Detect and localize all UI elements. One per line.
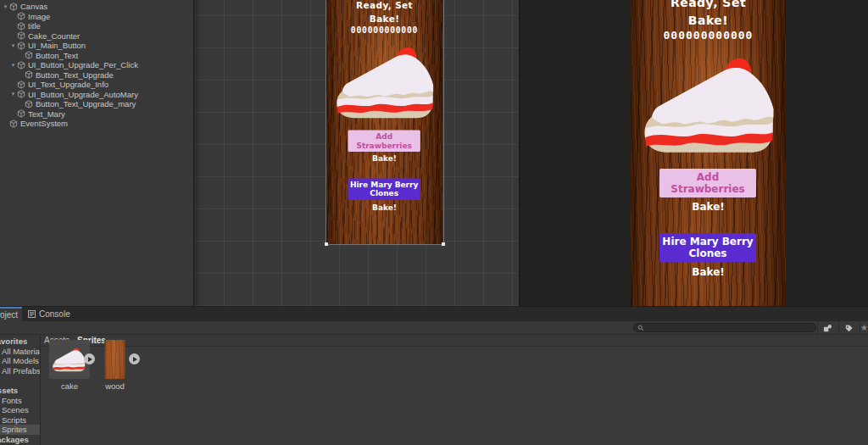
gameobject-cube-icon — [17, 90, 25, 98]
gameobject-cube-icon — [25, 70, 33, 79]
scene-game-canvas-gizmo[interactable]: Ready, Set Bake! 000000000000 Add Strawb… — [326, 0, 443, 244]
tab-console[interactable]: Console — [23, 307, 79, 321]
wood-background: Ready, Set Bake! 000000000000 Add Strawb… — [631, 0, 786, 306]
bake-caption: Bake! — [326, 154, 442, 163]
sidebar-item-assets[interactable]: Assets — [0, 386, 40, 396]
gameobject-cube-icon — [17, 22, 25, 31]
hierarchy-item-cake-counter[interactable]: Cake_Counter — [0, 31, 193, 42]
hierarchy-item-label: Button_Text_Upgrade_mary — [36, 99, 136, 108]
game-title-line2: Bake! — [326, 14, 442, 24]
cake-counter-value: 000000000000 — [631, 29, 786, 42]
breadcrumb: Assets › Sprites — [41, 335, 868, 347]
hierarchy-item-label: EventSystem — [20, 119, 68, 128]
save-search-button[interactable]: ★ — [860, 321, 868, 335]
hierarchy-item-eventsystem[interactable]: EventSystem — [0, 119, 193, 129]
search-by-label-button[interactable] — [838, 321, 859, 335]
star-icon: ★ — [860, 324, 868, 332]
cake-sprite-main-button[interactable] — [640, 53, 782, 159]
game-canvas: Ready, Set Bake! 000000000000 Add Strawb… — [631, 0, 786, 306]
console-icon — [28, 310, 36, 318]
search-by-type-button[interactable] — [817, 321, 837, 335]
hire-mary-berry-button[interactable]: Hire Mary Berry Clones — [659, 233, 756, 262]
game-title-line1: Ready, Set — [631, 0, 786, 9]
add-strawberries-button[interactable]: Add Strawberries — [659, 169, 756, 197]
gameobject-cube-icon — [25, 100, 33, 108]
gameobject-cube-icon — [17, 61, 25, 70]
hire-mary-berry-button: Hire Mary Berry Clones — [348, 178, 420, 199]
foldout-arrow-icon[interactable]: ▼ — [2, 4, 9, 9]
hierarchy-item-ui-button-upgrade-per-click[interactable]: ▼ UI_Button_Upgrade_Per_Click — [0, 60, 193, 70]
foldout-arrow-icon[interactable]: ▼ — [9, 92, 17, 97]
asset-name: cake — [49, 381, 90, 391]
search-icon — [637, 325, 644, 331]
bake-caption: Bake! — [631, 201, 786, 213]
add-strawberries-button: Add Strawberries — [348, 131, 420, 152]
sidebar-item-fonts[interactable]: Fonts — [0, 396, 40, 406]
asset-expand-button[interactable] — [84, 353, 95, 364]
sidebar-item-all-prefabs[interactable]: All Prefabs — [0, 366, 40, 376]
hierarchy-item-ui-main-button[interactable]: ▼ UI_Main_Button — [0, 41, 193, 51]
gameobject-cube-icon — [9, 120, 18, 128]
asset-grid-area: Assets › Sprites cake — [41, 335, 868, 445]
bake-caption: Bake! — [631, 266, 786, 278]
foldout-arrow-icon[interactable]: ▼ — [9, 63, 17, 68]
hierarchy-item-label: UI_Button_Upgrade_AutoMary — [28, 90, 138, 99]
sidebar-item-scripts[interactable]: Scripts — [0, 415, 40, 426]
scene-view[interactable]: Ready, Set Bake! 000000000000 Add Strawb… — [195, 0, 519, 306]
sidebar-item-favorites[interactable]: Favorites — [0, 337, 40, 347]
hierarchy-item-label: title — [28, 21, 41, 31]
hierarchy-item-canvas[interactable]: ▼ Canvas — [0, 2, 193, 12]
game-view: Ready, Set Bake! 000000000000 Add Strawb… — [519, 0, 868, 306]
hierarchy-item-title[interactable]: title — [0, 21, 193, 31]
hierarchy-item-image[interactable]: Image — [0, 12, 193, 22]
search-by-type-icon — [823, 324, 832, 333]
hierarchy-item-button-text[interactable]: Button_Text — [0, 51, 193, 61]
sidebar-item-sprites[interactable]: Sprites — [0, 425, 40, 435]
game-title-line1: Ready, Set — [326, 1, 442, 11]
hierarchy-item-label: UI_Main_Button — [28, 41, 86, 50]
rect-transform-handle[interactable] — [442, 242, 445, 246]
hierarchy-item-text-mary[interactable]: Text_Mary — [0, 109, 193, 120]
foldout-arrow-icon[interactable]: ▼ — [9, 43, 17, 48]
hierarchy-item-label: UI_Text_Upgrade_Info — [28, 80, 108, 89]
unity-editor-window: ▼ Canvas Image title Cake_Counter ▼ — [0, 0, 868, 445]
sidebar-item-all-models[interactable]: All Models — [0, 356, 40, 366]
asset-item-wood[interactable]: wood — [104, 340, 125, 391]
hierarchy-item-label: UI_Button_Upgrade_Per_Click — [28, 60, 138, 70]
hierarchy-item-button-text-upgrade-mary[interactable]: Button_Text_Upgrade_mary — [0, 99, 193, 109]
sidebar-item-scenes[interactable]: Scenes — [0, 405, 40, 415]
sidebar-item-all-materials[interactable]: All Materials — [0, 347, 40, 357]
sidebar-item-packages[interactable]: Packages — [0, 435, 40, 445]
hierarchy-item-label: Button_Text_Upgrade — [36, 70, 114, 80]
hierarchy-item-label: Button_Text — [36, 51, 78, 60]
label-tag-icon — [844, 324, 854, 333]
hierarchy-item-label: Text_Mary — [28, 109, 65, 119]
hierarchy-item-label: Canvas — [20, 2, 47, 11]
panel-tab-bar: Project Console — [0, 307, 868, 321]
asset-item-cake[interactable]: cake — [49, 340, 90, 391]
gameobject-cube-icon — [17, 109, 25, 118]
project-browser-panel: Project Console — [0, 306, 868, 445]
rect-transform-handle[interactable] — [325, 242, 328, 246]
hierarchy-item-label: Image — [28, 12, 50, 21]
game-title-line2: Bake! — [631, 14, 786, 27]
bake-caption: Bake! — [326, 203, 442, 212]
search-input[interactable] — [644, 324, 812, 331]
search-box[interactable] — [633, 323, 816, 332]
gameobject-cube-icon — [9, 3, 18, 11]
cake-counter-value: 000000000000 — [326, 25, 442, 35]
wood-background: Ready, Set Bake! 000000000000 Add Strawb… — [326, 0, 442, 244]
hierarchy-item-label: Cake_Counter — [28, 31, 80, 41]
project-folder-sidebar: Favorites All Materials All Models All P… — [0, 335, 41, 445]
gameobject-cube-icon — [25, 51, 33, 59]
hierarchy-item-button-text-upgrade[interactable]: Button_Text_Upgrade — [0, 70, 193, 81]
asset-expand-button[interactable] — [129, 353, 140, 364]
tab-project[interactable]: Project — [0, 307, 22, 321]
hierarchy-item-ui-button-upgrade-automary[interactable]: ▼ UI_Button_Upgrade_AutoMary — [0, 90, 193, 100]
gameobject-cube-icon — [17, 81, 25, 89]
wood-asset-thumbnail[interactable] — [104, 340, 125, 379]
cake-sprite — [333, 43, 440, 123]
gameobject-cube-icon — [17, 42, 25, 50]
cake-sprite-thumbnail — [52, 346, 87, 374]
hierarchy-item-ui-text-upgrade-info[interactable]: UI_Text_Upgrade_Info — [0, 80, 193, 90]
